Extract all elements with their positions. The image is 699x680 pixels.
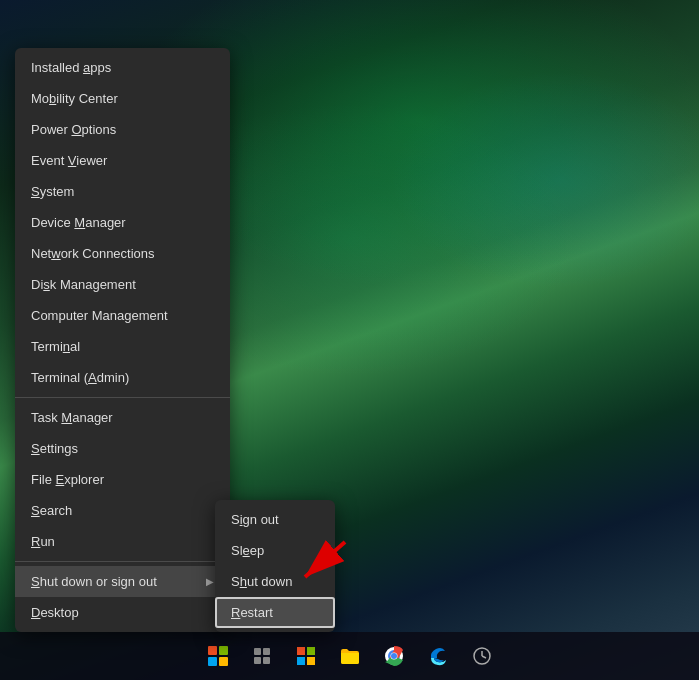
menu-item-label: Settings (31, 441, 78, 456)
menu-item-system[interactable]: System (15, 176, 230, 207)
menu-item-task-manager[interactable]: Task Manager (15, 402, 230, 433)
menu-item-label: Terminal (Admin) (31, 370, 129, 385)
menu-item-label: Event Viewer (31, 153, 107, 168)
store-button[interactable] (286, 636, 326, 676)
svg-rect-6 (297, 647, 305, 655)
svg-rect-2 (254, 648, 261, 655)
menu-item-shut-down-sign-out[interactable]: Shut down or sign out▶ (15, 566, 230, 597)
menu-item-label: Shut down or sign out (31, 574, 157, 589)
context-menu: Installed appsMobility CenterPower Optio… (15, 48, 230, 632)
menu-item-label: Computer Management (31, 308, 168, 323)
submenu-arrow: ▶ (206, 576, 214, 587)
svg-rect-8 (297, 657, 305, 665)
menu-item-label: Disk Management (31, 277, 136, 292)
menu-item-terminal-admin[interactable]: Terminal (Admin) (15, 362, 230, 393)
start-button[interactable] (198, 636, 238, 676)
menu-item-desktop[interactable]: Desktop (15, 597, 230, 628)
menu-item-terminal[interactable]: Terminal (15, 331, 230, 362)
submenu-item-label: Restart (231, 605, 273, 620)
menu-item-label: Search (31, 503, 72, 518)
svg-line-16 (482, 656, 486, 658)
menu-divider (15, 561, 230, 562)
menu-item-run[interactable]: Run (15, 526, 230, 557)
menu-item-power-options[interactable]: Power Options (15, 114, 230, 145)
menu-item-network-connections[interactable]: Network Connections (15, 238, 230, 269)
menu-item-label: Desktop (31, 605, 79, 620)
submenu-item-label: Sleep (231, 543, 264, 558)
taskbar (0, 632, 699, 680)
menu-item-device-manager[interactable]: Device Manager (15, 207, 230, 238)
menu-item-installed-apps[interactable]: Installed apps (15, 52, 230, 83)
submenu-item-sleep[interactable]: Sleep (215, 535, 335, 566)
menu-item-label: Terminal (31, 339, 80, 354)
menu-item-label: Device Manager (31, 215, 126, 230)
submenu-item-restart[interactable]: Restart (215, 597, 335, 628)
submenu-item-shut-down[interactable]: Shut down (215, 566, 335, 597)
menu-item-label: Network Connections (31, 246, 155, 261)
menu-item-label: System (31, 184, 74, 199)
menu-item-mobility-center[interactable]: Mobility Center (15, 83, 230, 114)
submenu-item-sign-out[interactable]: Sign out (215, 504, 335, 535)
submenu-item-label: Sign out (231, 512, 279, 527)
menu-item-label: Run (31, 534, 55, 549)
submenu-item-label: Shut down (231, 574, 292, 589)
submenu-shut-down-sign-out: Sign outSleepShut downRestart (215, 500, 335, 632)
menu-item-file-explorer[interactable]: File Explorer (15, 464, 230, 495)
menu-item-disk-management[interactable]: Disk Management (15, 269, 230, 300)
svg-rect-4 (254, 657, 261, 664)
menu-item-label: Task Manager (31, 410, 113, 425)
menu-item-event-viewer[interactable]: Event Viewer (15, 145, 230, 176)
menu-item-computer-management[interactable]: Computer Management (15, 300, 230, 331)
chrome-button[interactable] (374, 636, 414, 676)
menu-item-search[interactable]: Search (15, 495, 230, 526)
menu-divider (15, 397, 230, 398)
edge-button[interactable] (418, 636, 458, 676)
svg-rect-7 (307, 647, 315, 655)
clock-icon[interactable] (462, 636, 502, 676)
task-view-button[interactable] (242, 636, 282, 676)
file-explorer-button[interactable] (330, 636, 370, 676)
menu-item-label: File Explorer (31, 472, 104, 487)
svg-rect-3 (263, 648, 270, 655)
menu-item-label: Mobility Center (31, 91, 118, 106)
svg-point-13 (391, 653, 397, 659)
menu-item-label: Power Options (31, 122, 116, 137)
svg-rect-9 (307, 657, 315, 665)
svg-rect-5 (263, 657, 270, 664)
menu-item-settings[interactable]: Settings (15, 433, 230, 464)
menu-item-label: Installed apps (31, 60, 111, 75)
